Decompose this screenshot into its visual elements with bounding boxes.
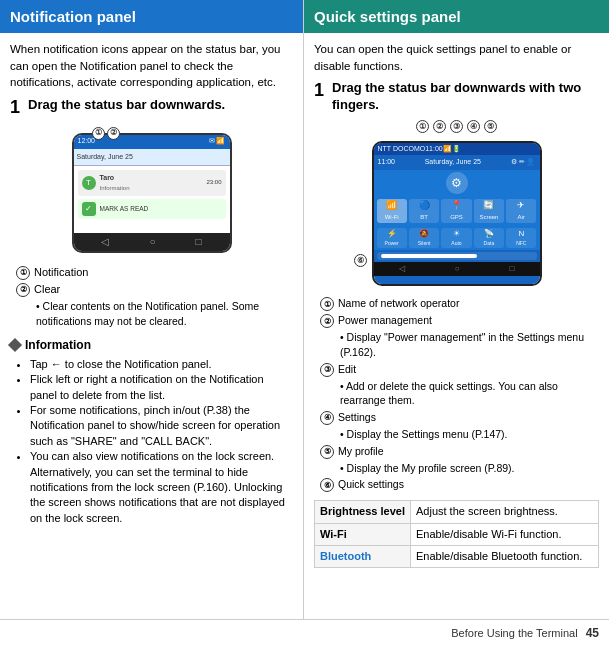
qs-bottom-tiles: ⚡ Power 🔕 Silent ☀ Auto bbox=[374, 226, 540, 250]
phone-screen-left: 12:00 ✉ 📶 Saturday, June 25 T Tar bbox=[74, 135, 230, 251]
diamond-icon bbox=[8, 338, 22, 352]
ann-quick-settings: ⑥ Quick settings bbox=[320, 477, 593, 492]
phone-mockup-left: ① ② 12:00 ✉ 📶 Saturday, June 25 bbox=[72, 129, 232, 257]
qs-phone-screen: NTT DOCOMO 11:00 📶🔋 11:00 Saturday, June… bbox=[374, 143, 540, 284]
table-cell-bluetooth-label: Bluetooth bbox=[315, 546, 411, 568]
step-1-qs-text: Drag the status bar downwards with two f… bbox=[332, 80, 599, 114]
phone-mockup-container-left: ① ② 12:00 ✉ 📶 Saturday, June 25 bbox=[10, 125, 293, 261]
qs-circle-2: ② bbox=[433, 120, 446, 133]
qs-circle-4: ④ bbox=[467, 120, 480, 133]
step-1-row: 1 Drag the status bar downwards. bbox=[10, 97, 293, 119]
qs-tile-silent: 🔕 Silent bbox=[409, 228, 439, 248]
quick-settings-table: Brightness level Adjust the screen brigh… bbox=[314, 500, 599, 568]
qs-circle-1: ① bbox=[416, 120, 429, 133]
right-annotations: ① Name of network operator ② Power manag… bbox=[314, 292, 599, 496]
circle-6-container: ⑥ bbox=[354, 251, 367, 268]
info-bullet-2: Flick left or right a notification on th… bbox=[30, 372, 293, 403]
info-bullets: Tap ← to close the Notification panel. F… bbox=[22, 357, 293, 526]
page-footer: Before Using the Terminal 45 bbox=[0, 619, 609, 645]
qs-tile-screen: 🔄 Screen bbox=[474, 199, 504, 223]
clear-description: Clear contents on the Notification panel… bbox=[36, 299, 287, 328]
table-row-bluetooth: Bluetooth Enable/disable Bluetooth funct… bbox=[315, 546, 599, 568]
page-number: 45 bbox=[586, 626, 599, 640]
qs-circles-row: ① ② ③ ④ ⑤ bbox=[314, 120, 599, 133]
qs-circle-5: ⑤ bbox=[484, 120, 497, 133]
notification-intro: When notification icons appear on the st… bbox=[10, 41, 293, 91]
qs-tile-auto: ☀ Auto bbox=[441, 228, 471, 248]
circle-2-left: ② bbox=[107, 127, 120, 140]
table-cell-bluetooth-value: Enable/disable Bluetooth function. bbox=[410, 546, 598, 568]
table-cell-brightness-label: Brightness level bbox=[315, 501, 411, 523]
info-bullet-4: You can also view notifications on the l… bbox=[30, 449, 293, 526]
table-cell-wifi-value: Enable/disable Wi-Fi function. bbox=[410, 523, 598, 545]
ann-power-mgmt: ② Power management bbox=[320, 313, 593, 328]
step-1-qs-number: 1 bbox=[314, 80, 324, 102]
qs-circle-3: ③ bbox=[450, 120, 463, 133]
step-1-text: Drag the status bar downwards. bbox=[28, 97, 225, 114]
table-row-wifi: Wi-Fi Enable/disable Wi-Fi function. bbox=[315, 523, 599, 545]
qs-tile-wifi: 📶 Wi-Fi bbox=[377, 199, 407, 223]
ann-edit: ③ Edit bbox=[320, 362, 593, 377]
quick-settings-intro: You can open the quick settings panel to… bbox=[314, 41, 599, 74]
ann-network: ① Name of network operator bbox=[320, 296, 593, 311]
phone-device-right-wrap: NTT DOCOMO 11:00 📶🔋 11:00 Saturday, June… bbox=[372, 139, 542, 288]
phone-device-left: 12:00 ✉ 📶 Saturday, June 25 T Tar bbox=[72, 133, 232, 253]
qs-circle-6: ⑥ bbox=[354, 254, 367, 267]
information-box: Information Tap ← to close the Notificat… bbox=[10, 336, 293, 526]
phone-mockup-container-right: NTT DOCOMO 11:00 📶🔋 11:00 Saturday, June… bbox=[314, 135, 599, 292]
footer-text: Before Using the Terminal bbox=[451, 627, 577, 639]
quick-settings-header: Quick settings panel bbox=[304, 0, 609, 33]
notification-panel-section: Notification panel When notification ico… bbox=[0, 0, 304, 619]
left-annotations: ① Notification ② Clear Clear contents on… bbox=[10, 261, 293, 331]
phone-device-right: NTT DOCOMO 11:00 📶🔋 11:00 Saturday, June… bbox=[372, 141, 542, 286]
table-row-brightness: Brightness level Adjust the screen brigh… bbox=[315, 501, 599, 523]
ann-settings: ④ Settings bbox=[320, 410, 593, 425]
qs-tile-data: 📡 Data bbox=[474, 228, 504, 248]
qs-tile-airmode: ✈ Air bbox=[506, 199, 536, 223]
info-title: Information bbox=[10, 336, 293, 354]
info-bullet-3: For some notifications, pinch in/out (P.… bbox=[30, 403, 293, 449]
step-1-number: 1 bbox=[10, 97, 20, 119]
qs-tile-gps: 📍 GPS bbox=[441, 199, 471, 223]
annotation-notification: ① Notification bbox=[16, 265, 287, 280]
qs-statusbar: NTT DOCOMO 11:00 📶🔋 bbox=[374, 143, 540, 155]
qs-tile-bluetooth: 🔵 BT bbox=[409, 199, 439, 223]
quick-settings-section: Quick settings panel You can open the qu… bbox=[304, 0, 609, 619]
info-bullet-1: Tap ← to close the Notification panel. bbox=[30, 357, 293, 372]
mockup-circles-left: ① ② bbox=[92, 127, 120, 140]
quick-settings-body: You can open the quick settings panel to… bbox=[304, 33, 609, 576]
qs-header-bar: 11:00 Saturday, June 25 ⚙ ✏ 👤 bbox=[374, 155, 540, 170]
notification-panel-header: Notification panel bbox=[0, 0, 303, 33]
table-cell-wifi-label: Wi-Fi bbox=[315, 523, 411, 545]
qs-tiles-grid: 📶 Wi-Fi 🔵 BT 📍 GPS bbox=[374, 196, 540, 226]
notification-panel-body: When notification icons appear on the st… bbox=[0, 33, 303, 538]
qs-brightness-bar bbox=[377, 252, 537, 260]
qs-tile-nfc: N NFC bbox=[506, 228, 536, 248]
annotation-clear: ② Clear bbox=[16, 282, 287, 297]
ann-my-profile: ⑤ My profile bbox=[320, 444, 593, 459]
qs-tile-power: ⚡ Power bbox=[377, 228, 407, 248]
circle-1-left: ① bbox=[92, 127, 105, 140]
table-cell-brightness-value: Adjust the screen brightness. bbox=[410, 501, 598, 523]
step-1-qs-row: 1 Drag the status bar downwards with two… bbox=[314, 80, 599, 114]
